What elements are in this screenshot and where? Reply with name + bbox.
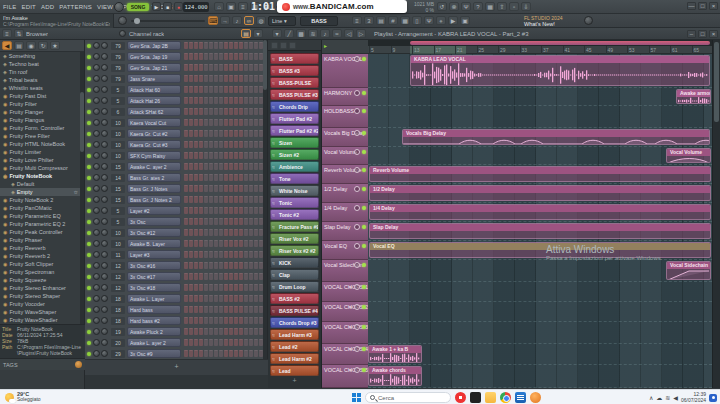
- step-cell[interactable]: [184, 141, 188, 148]
- pan-knob[interactable]: [93, 218, 100, 225]
- step-cell[interactable]: [194, 108, 198, 115]
- step-cell[interactable]: [189, 317, 193, 324]
- step-cell[interactable]: [209, 207, 213, 214]
- browser-item[interactable]: ◈Something: [0, 52, 81, 60]
- step-cell[interactable]: [209, 218, 213, 225]
- step-cell[interactable]: [234, 207, 238, 214]
- grid-track-lane[interactable]: Reverb Volume: [368, 165, 712, 184]
- step-cell[interactable]: [234, 240, 238, 247]
- step-cell[interactable]: [214, 75, 218, 82]
- step-cell[interactable]: [254, 108, 258, 115]
- channel-enable-led[interactable]: [87, 154, 91, 158]
- track-enable-led[interactable]: [362, 325, 366, 329]
- step-cell[interactable]: [254, 229, 258, 236]
- timeline-ruler[interactable]: 591317212529333741454953576165: [368, 46, 712, 54]
- step-cell[interactable]: [254, 64, 258, 71]
- step-cell[interactable]: [254, 163, 258, 170]
- pan-knob[interactable]: [93, 97, 100, 104]
- step-cell[interactable]: [209, 163, 213, 170]
- step-cell[interactable]: [194, 86, 198, 93]
- step-cell[interactable]: [244, 251, 248, 258]
- step-cell[interactable]: [249, 306, 253, 313]
- metronome-icon[interactable]: ♪: [232, 16, 242, 25]
- step-cell[interactable]: [239, 229, 243, 236]
- volume-knob[interactable]: [101, 119, 108, 126]
- mixer-track-number[interactable]: 10: [111, 240, 125, 248]
- step-cell[interactable]: [229, 295, 233, 302]
- volume-knob[interactable]: [101, 152, 108, 159]
- browser-item[interactable]: ◉Fruity Love Philter: [0, 156, 81, 164]
- track-header-1-2-delay[interactable]: 1/2 Delay: [322, 184, 368, 203]
- weather-widget[interactable]: 29°C Soleggiato: [0, 392, 41, 403]
- playlist-menu-icon[interactable]: ▾: [272, 29, 282, 38]
- step-cell[interactable]: [254, 119, 258, 126]
- volume-knob[interactable]: [101, 229, 108, 236]
- step-cell[interactable]: [184, 53, 188, 60]
- blend-notes-icon[interactable]: ≡: [238, 2, 248, 11]
- channel-enable-led[interactable]: [87, 352, 91, 356]
- step-cell[interactable]: [224, 97, 228, 104]
- close-button[interactable]: ×: [709, 2, 718, 10]
- step-cell[interactable]: [229, 64, 233, 71]
- step-cell[interactable]: [184, 306, 188, 313]
- export-icon[interactable]: ⇧: [497, 2, 507, 11]
- step-cell[interactable]: [229, 284, 233, 291]
- step-cell[interactable]: [224, 75, 228, 82]
- grid-track-lane[interactable]: [368, 106, 712, 128]
- mixer-track-number[interactable]: 79: [111, 64, 125, 72]
- multilink-icon[interactable]: ≡: [352, 16, 362, 25]
- step-cell[interactable]: [229, 53, 233, 60]
- play-button[interactable]: ▶: [152, 2, 161, 11]
- picker-tab-audio-icon[interactable]: [280, 42, 287, 49]
- step-cell[interactable]: [209, 295, 213, 302]
- pan-knob[interactable]: [93, 229, 100, 236]
- step-cell[interactable]: [249, 42, 253, 49]
- track-header-kabra-vocal[interactable]: KABRA VOCAL: [322, 54, 368, 88]
- channel-enable-led[interactable]: [87, 319, 91, 323]
- step-cell[interactable]: [254, 174, 258, 181]
- step-cell[interactable]: [239, 218, 243, 225]
- step-cell[interactable]: [224, 229, 228, 236]
- step-cell[interactable]: [204, 141, 208, 148]
- plus-icon[interactable]: +: [348, 368, 352, 373]
- picker-item[interactable]: Lead: [270, 365, 319, 376]
- step-cell[interactable]: [219, 229, 223, 236]
- clip-reverb-volume[interactable]: Reverb Volume: [369, 166, 711, 182]
- step-cell[interactable]: [244, 119, 248, 126]
- favorites-icon[interactable]: ★: [50, 41, 60, 50]
- volume-icon[interactable]: ◀: [673, 394, 678, 401]
- browser-scrollbar[interactable]: [80, 52, 84, 324]
- step-cell[interactable]: [249, 174, 253, 181]
- step-cell[interactable]: [194, 97, 198, 104]
- help-icon[interactable]: ?: [473, 2, 483, 11]
- channel-enable-led[interactable]: [87, 297, 91, 301]
- step-cell[interactable]: [209, 152, 213, 159]
- volume-knob[interactable]: [101, 207, 108, 214]
- step-cell[interactable]: [214, 317, 218, 324]
- step-cell[interactable]: [204, 262, 208, 269]
- browser-item[interactable]: ◉Fruity Stereo Shaper: [0, 292, 81, 300]
- channel-button[interactable]: Layer #3: [127, 250, 181, 259]
- track-knob[interactable]: [354, 224, 360, 230]
- step-cell[interactable]: [199, 75, 203, 82]
- mixer-track-number[interactable]: 5: [111, 97, 125, 105]
- step-cell[interactable]: [254, 328, 258, 335]
- step-cell[interactable]: [249, 207, 253, 214]
- step-cell[interactable]: [244, 207, 248, 214]
- step-cell[interactable]: [219, 218, 223, 225]
- arrow-tool-icon[interactable]: →: [220, 16, 230, 25]
- track-header-vocals-big-delay[interactable]: Vocals Big Delay: [322, 128, 368, 147]
- step-cell[interactable]: [214, 273, 218, 280]
- step-cell[interactable]: [204, 86, 208, 93]
- mixer-track-number[interactable]: 79: [111, 75, 125, 83]
- clip-slap-delay[interactable]: Slap Delay: [369, 223, 711, 239]
- mixer-track-number[interactable]: 5: [111, 86, 125, 94]
- channel-enable-led[interactable]: [87, 264, 91, 268]
- step-cell[interactable]: [204, 97, 208, 104]
- step-cell[interactable]: [219, 130, 223, 137]
- track-knob[interactable]: [354, 149, 360, 155]
- step-cell[interactable]: [229, 196, 233, 203]
- step-cell[interactable]: [219, 196, 223, 203]
- folder-app-icon[interactable]: [485, 392, 496, 403]
- step-cell[interactable]: [244, 185, 248, 192]
